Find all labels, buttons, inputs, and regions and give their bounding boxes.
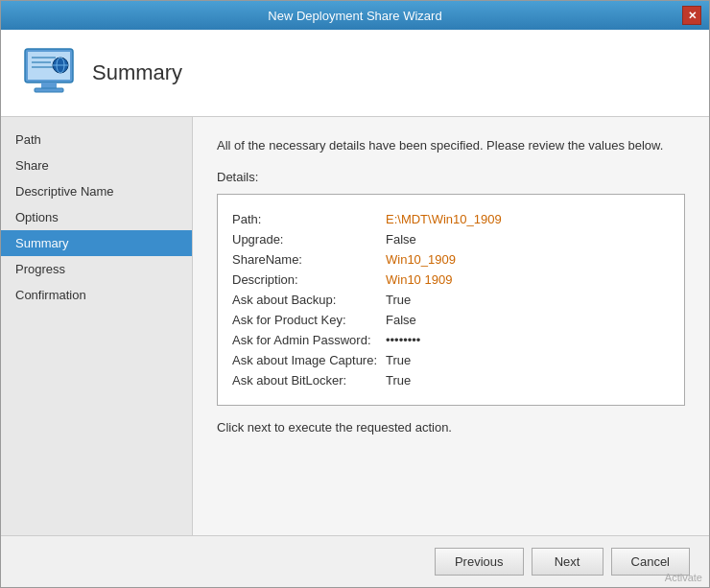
detail-value-bitlocker: True — [386, 373, 411, 388]
intro-text: All of the necessary details have been s… — [217, 136, 685, 155]
detail-value-path: E:\MDT\Win10_1909 — [386, 212, 502, 226]
detail-value-upgrade: False — [386, 232, 416, 247]
previous-button[interactable]: Previous — [435, 548, 524, 576]
table-row: Ask for Product Key: False — [232, 310, 670, 330]
detail-value-ask-backup: True — [386, 293, 411, 307]
sidebar-item-share[interactable]: Share — [1, 153, 192, 178]
table-row: Ask about Backup: True — [232, 290, 670, 310]
detail-key-ask-backup: Ask about Backup: — [232, 293, 386, 307]
detail-key-bitlocker: Ask about BitLocker: — [232, 373, 386, 388]
details-label: Details: — [217, 170, 685, 184]
table-row: Ask about Image Capture: True — [232, 350, 670, 370]
detail-value-product-key: False — [386, 313, 416, 327]
activate-watermark: Activate — [665, 572, 702, 583]
sidebar-item-progress[interactable]: Progress — [1, 256, 192, 282]
window-content: Summary Path Share Descriptive Name Opti… — [1, 30, 709, 587]
sidebar-item-summary[interactable]: Summary — [1, 230, 192, 256]
page-title: Summary — [92, 60, 182, 85]
detail-key-product-key: Ask for Product Key: — [232, 313, 386, 327]
window-title: New Deployment Share Wizard — [28, 9, 682, 23]
table-row: Ask about BitLocker: True — [232, 370, 670, 390]
table-row: ShareName: Win10_1909 — [232, 249, 670, 270]
wizard-window: New Deployment Share Wizard ✕ — [0, 0, 710, 588]
header-icon — [20, 44, 78, 102]
detail-key-image-capture: Ask about Image Capture: — [232, 353, 386, 367]
sidebar: Path Share Descriptive Name Options Summ… — [1, 117, 193, 535]
detail-key-description: Description: — [232, 272, 386, 287]
sidebar-item-descriptive-name[interactable]: Descriptive Name — [1, 178, 192, 204]
detail-key-upgrade: Upgrade: — [232, 232, 386, 247]
table-row: Path: E:\MDT\Win10_1909 — [232, 209, 670, 229]
sidebar-item-confirmation[interactable]: Confirmation — [1, 282, 192, 308]
table-row: Upgrade: False — [232, 229, 670, 249]
click-next-text: Click next to execute the requested acti… — [217, 420, 685, 435]
next-button[interactable]: Next — [532, 548, 604, 576]
sidebar-item-path[interactable]: Path — [1, 127, 192, 153]
detail-key-sharename: ShareName: — [232, 252, 386, 267]
details-box: Path: E:\MDT\Win10_1909 Upgrade: False S… — [217, 194, 685, 406]
detail-value-description: Win10 1909 — [386, 272, 452, 287]
svg-rect-6 — [32, 66, 53, 68]
detail-value-admin-password: •••••••• — [386, 333, 420, 347]
svg-rect-2 — [41, 82, 57, 88]
click-word: Click — [217, 420, 244, 435]
title-bar: New Deployment Share Wizard ✕ — [1, 1, 709, 30]
detail-value-sharename: Win10_1909 — [386, 252, 456, 267]
footer: Previous Next Cancel — [1, 535, 709, 587]
close-button[interactable]: ✕ — [682, 6, 701, 25]
svg-rect-3 — [35, 88, 63, 92]
svg-rect-4 — [32, 57, 56, 59]
detail-value-image-capture: True — [386, 353, 411, 367]
table-row: Ask for Admin Password: •••••••• — [232, 330, 670, 350]
detail-key-path: Path: — [232, 212, 386, 226]
header-area: Summary — [1, 30, 709, 117]
table-row: Description: Win10 1909 — [232, 270, 670, 290]
sidebar-item-options[interactable]: Options — [1, 204, 192, 230]
detail-key-admin-password: Ask for Admin Password: — [232, 333, 386, 347]
svg-rect-5 — [32, 61, 51, 63]
content-area: All of the necessary details have been s… — [193, 117, 709, 535]
main-area: Path Share Descriptive Name Options Summ… — [1, 117, 709, 535]
